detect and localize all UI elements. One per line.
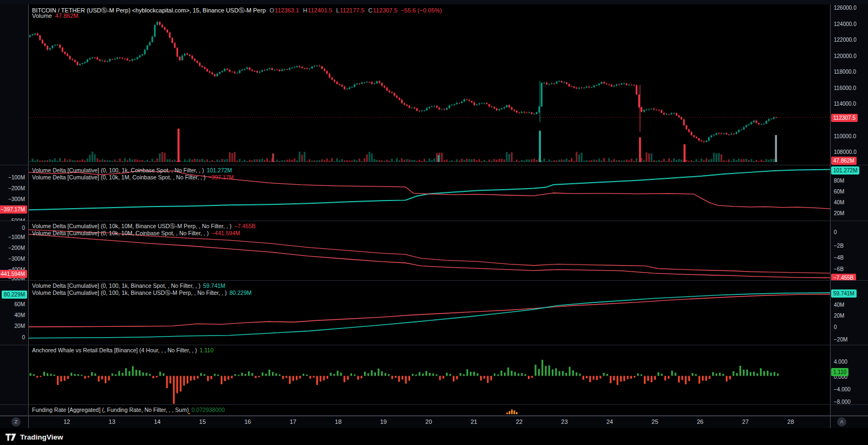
- right-axis-whale-retail[interactable]: 4.0000.000−4.000−8.0001.110: [830, 345, 868, 404]
- left-axis-cvd-coinbase[interactable]: −100M−200M−300M−500M−397.17M: [0, 165, 29, 221]
- axis-tick: −20M: [834, 336, 847, 344]
- right-axis-funding[interactable]: [830, 405, 868, 415]
- price-plot[interactable]: [29, 4, 830, 165]
- axis-tick: 20M: [15, 323, 25, 330]
- indicator-value: 101.272M: [207, 167, 232, 173]
- indicator-legend: Volume Delta [Cumulative] (0, 100, 1k, B…: [32, 282, 252, 296]
- ohlc-low-label: L: [336, 7, 339, 14]
- axis-tick: 120000.0: [834, 53, 857, 60]
- indicator-value: 80.229M: [229, 289, 252, 296]
- axis-tick: 0: [22, 224, 25, 232]
- ohlc-high-value: 112401.5: [308, 7, 332, 14]
- tradingview-brand-text[interactable]: TradingView: [20, 433, 63, 441]
- right-axis-price[interactable]: 126000.0124000.0122000.0120000.0118000.0…: [830, 4, 868, 165]
- ohlc-close-label: C: [368, 7, 373, 14]
- axis-tick: 60M: [15, 301, 25, 308]
- chart-area-whale-retail[interactable]: Anchored Whale vs Retail Delta [Binance]…: [29, 345, 830, 404]
- indicator-value: 0.072938000: [192, 407, 225, 413]
- indicator-legend: Volume Delta [Cumulative] (0, 10k, 10M, …: [32, 223, 256, 236]
- indicator-title[interactable]: Volume Delta [Cumulative] (0, 100, 1k, B…: [32, 289, 227, 296]
- indicator-title[interactable]: Volume Delta [Cumulative] (0, 10k, 10M, …: [32, 223, 232, 229]
- indicator-title[interactable]: Anchored Whale vs Retail Delta [Binance]…: [32, 347, 197, 353]
- axis-tick: 124000.0: [834, 21, 857, 28]
- indicator-title[interactable]: Volume Delta [Cumulative] (0, 10k, 1M, C…: [32, 174, 206, 180]
- date-tick: 22: [516, 418, 522, 425]
- chart-panes: 126000.0124000.0122000.0120000.0118000.0…: [0, 4, 868, 416]
- indicator-title[interactable]: Volume Delta [Cumulative] (0, 100, 1k, B…: [32, 282, 200, 289]
- axis-tick: −200M: [8, 244, 25, 252]
- pane-cvd-coinbase: −100M−200M−300M−500M−397.17MVolume Delta…: [0, 165, 868, 221]
- legend-row: Funding Rate [Aggregated] (, Funding Rat…: [32, 407, 225, 414]
- axis-tick: 20M: [834, 312, 844, 320]
- indicator-legend: Anchored Whale vs Retail Delta [Binance]…: [32, 347, 214, 354]
- axis-tick: 0: [834, 324, 837, 331]
- axis-tick: −100M: [8, 174, 25, 182]
- chart-area-cvd-binance[interactable]: Volume Delta [Cumulative] (0, 100, 1k, B…: [29, 281, 830, 345]
- date-tick: 13: [108, 418, 115, 425]
- axis-tick: 60M: [834, 188, 844, 196]
- right-axis-cvd-perp-coinbase[interactable]: 0−2B−4B−6B−7.455B: [830, 221, 868, 280]
- legend-row: Volume Delta [Cumulative] (0, 10k, 10M, …: [32, 223, 256, 230]
- date-tick: 26: [697, 418, 703, 425]
- indicator-title[interactable]: Funding Rate [Aggregated] (, Funding Rat…: [32, 407, 189, 413]
- axis-tick: −100M: [8, 234, 25, 241]
- indicator-value: 59.741M: [203, 282, 225, 289]
- axis-tick: 116000.0: [834, 85, 856, 92]
- right-axis-cvd-coinbase[interactable]: 80M60M40M20M101.272M: [830, 165, 868, 221]
- axis-tick: 80M: [834, 177, 844, 185]
- whale-retail-plot[interactable]: [29, 345, 830, 404]
- volume-legend[interactable]: Volume47.862M: [32, 12, 79, 19]
- indicator-title[interactable]: Volume Delta [Cumulative] (0, 10k, 10M, …: [32, 230, 209, 236]
- auto-scale-button[interactable]: A: [837, 417, 846, 427]
- date-tick: 25: [652, 418, 658, 425]
- left-axis-cvd-binance[interactable]: 60M40M20M080.229M: [0, 281, 29, 345]
- time-axis-scale[interactable]: 1213141516171819202122232425262728: [29, 416, 830, 428]
- axis-tick: −2B: [834, 242, 844, 250]
- legend-row: Volume Delta [Cumulative] (0, 100, 1k, B…: [32, 282, 252, 289]
- pane-price: 126000.0124000.0122000.0120000.0118000.0…: [0, 4, 868, 165]
- axis-tick: 126000.0: [834, 4, 857, 12]
- date-tick: 24: [607, 418, 613, 425]
- axis-tick: 110000.0: [834, 133, 856, 140]
- axis-tick: −200M: [8, 185, 25, 192]
- price-badge: 112307.5: [831, 114, 858, 122]
- chart-area-cvd-coinbase[interactable]: Volume Delta [Cumulative] (0, 100, 1k, C…: [29, 165, 830, 221]
- top-strip: [0, 0, 868, 4]
- axis-tick: 40M: [834, 199, 844, 207]
- price-badge: 101.272M: [831, 166, 859, 175]
- axis-tick: −300M: [8, 255, 25, 263]
- left-axis-cvd-perp-coinbase[interactable]: 0−100M−200M−300M−400M−500M−441.594M: [0, 221, 29, 280]
- symbol-legend: BITCOIN / TETHER (USDⓈ-M Perp) <hyblockc…: [32, 5, 442, 15]
- left-axis-funding[interactable]: [0, 405, 29, 415]
- price-badge: −441.594M: [0, 270, 27, 278]
- time-axis-right: A: [830, 416, 868, 428]
- date-tick: 28: [787, 418, 794, 425]
- axis-tick: 40M: [15, 312, 25, 319]
- tradingview-logo-icon[interactable]: [5, 434, 16, 441]
- ohlc-open-label: O: [270, 7, 275, 14]
- right-axis-cvd-binance[interactable]: 40M20M0−20M59.741M: [830, 281, 868, 345]
- left-axis-price[interactable]: [0, 4, 29, 165]
- legend-row: Volume Delta [Cumulative] (0, 10k, 10M, …: [32, 230, 256, 237]
- axis-tick: 118000.0: [834, 68, 856, 76]
- axis-tick: 0: [834, 229, 837, 236]
- chart-area-funding[interactable]: Funding Rate [Aggregated] (, Funding Rat…: [29, 405, 830, 415]
- indicator-value: −441.594M: [212, 230, 240, 236]
- date-tick: 20: [425, 418, 432, 425]
- volume-value: 47.862M: [55, 12, 79, 19]
- axis-tick: 108000.0: [834, 149, 857, 156]
- axis-tick: 0: [22, 334, 25, 341]
- price-badge: 59.741M: [831, 289, 857, 298]
- date-tick: 19: [380, 418, 387, 425]
- indicator-title[interactable]: Volume Delta [Cumulative] (0, 100, 1k, C…: [32, 167, 204, 173]
- timezone-button[interactable]: Z: [11, 417, 21, 427]
- date-tick: 12: [63, 418, 70, 425]
- date-tick: 15: [199, 418, 206, 425]
- date-tick: 17: [290, 418, 296, 425]
- chart-area-price[interactable]: [29, 4, 830, 165]
- axis-tick: −6B: [834, 266, 844, 273]
- left-axis-whale-retail[interactable]: [0, 345, 29, 404]
- pane-cvd-perp-coinbase: 0−100M−200M−300M−400M−500M−441.594MVolum…: [0, 221, 868, 281]
- legend-row: Volume Delta [Cumulative] (0, 100, 1k, B…: [32, 289, 252, 296]
- chart-area-cvd-perp-coinbase[interactable]: Volume Delta [Cumulative] (0, 10k, 10M, …: [29, 221, 830, 280]
